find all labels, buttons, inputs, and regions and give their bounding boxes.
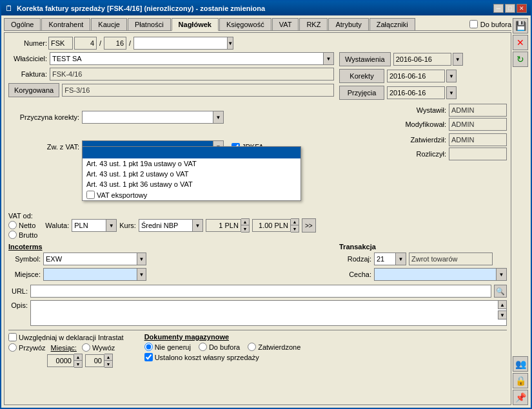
tab-rkz[interactable]: RKZ <box>299 18 328 30</box>
wlasciciel-input[interactable]: TEST SA <box>50 52 324 65</box>
kurs-up-btn[interactable]: ▲ <box>241 219 249 225</box>
transakcja-cecha-input[interactable] <box>374 268 497 281</box>
korygowana-button[interactable]: Korygowana <box>8 83 59 97</box>
month-up1-btn[interactable]: ▲ <box>74 354 82 361</box>
opis-textarea[interactable] <box>30 300 507 326</box>
month-input1[interactable]: 0000 <box>47 354 74 367</box>
month-down1-btn[interactable]: ▼ <box>74 361 82 367</box>
month-down2-btn[interactable]: ▼ <box>104 361 112 367</box>
kurs-type-dropdown-btn[interactable]: ▼ <box>193 219 203 232</box>
waluta-input[interactable]: PLN <box>72 219 106 232</box>
korygowana-value-input[interactable]: FS-3/16 <box>62 84 334 97</box>
incoterms-symbol-dropdown-btn[interactable]: ▼ <box>137 252 146 265</box>
wystawienia-row: Wystawienia 2016-06-16 ▼ <box>339 52 507 66</box>
tab-platnosci[interactable]: Płatności <box>128 18 171 30</box>
uwzgledniaj-checkbox[interactable] <box>8 333 17 341</box>
refresh-sidebar-btn[interactable]: ↻ <box>513 52 528 67</box>
rozliczyl-row: Rozliczył: <box>395 147 507 160</box>
wlasciciel-row: Właściciel: TEST SA ▼ <box>8 52 334 65</box>
wystawil-row: Wystawił: ADMIN <box>395 104 507 117</box>
users-sidebar-btn[interactable]: 👥 <box>513 356 528 372</box>
incoterms-miejsce-dropdown-btn[interactable]: ▼ <box>137 268 146 281</box>
waluta-dropdown-btn[interactable]: ▼ <box>106 219 117 232</box>
korekty-date-btn[interactable]: ▼ <box>446 70 457 82</box>
numer-prefix-input[interactable] <box>48 37 73 50</box>
transakcja-num-input[interactable]: 21 <box>374 252 396 265</box>
numer-row: Numer: / / ▼ <box>8 37 507 50</box>
opis-row: Opis: ▲ ▼ <box>8 300 507 327</box>
przywoz-radio[interactable] <box>8 343 17 352</box>
korekty-row: Korekty 2016-06-16 ▼ <box>339 69 507 83</box>
ustalono-checkbox[interactable] <box>144 353 153 361</box>
vat-eksportowy-label: VAT eksportowy <box>97 191 147 199</box>
opis-scroll-up-btn[interactable]: ▲ <box>498 300 507 309</box>
nie-generuj-radio[interactable] <box>144 343 153 351</box>
vat-od-brutto-radio[interactable] <box>8 231 17 239</box>
month-input2[interactable]: 00 <box>85 354 104 367</box>
wystawienia-date-input[interactable]: 2016-06-16 <box>393 53 451 66</box>
url-search-btn[interactable]: 🔍 <box>494 285 507 298</box>
do-bufora-mag-radio[interactable] <box>199 343 207 351</box>
korekty-date-input[interactable]: 2016-06-16 <box>387 70 445 82</box>
przyjecia-date-input[interactable]: 2016-06-16 <box>387 86 445 99</box>
wlasciciel-dropdown-btn[interactable]: ▼ <box>324 52 334 65</box>
korekty-button[interactable]: Korekty <box>339 69 384 83</box>
tab-kaucje[interactable]: Kaucje <box>91 18 127 30</box>
kurs-arrow-btn[interactable]: >> <box>302 218 316 233</box>
close-sidebar-btn[interactable]: ✕ <box>513 35 528 50</box>
wywoz-radio[interactable] <box>82 343 90 352</box>
opis-scroll-down-btn[interactable]: ▼ <box>498 310 507 319</box>
numer-suffix-dropdown-btn[interactable]: ▼ <box>228 37 233 50</box>
tab-ogolne[interactable]: Ogólne <box>4 18 41 30</box>
tab-naglowek[interactable]: Nagłówek <box>172 18 219 31</box>
przyczyna-dropdown-btn[interactable]: ▼ <box>213 111 224 124</box>
transakcja-cecha-dropdown-btn[interactable]: ▼ <box>497 268 507 281</box>
kurs-result-up-btn[interactable]: ▲ <box>291 219 299 225</box>
kurs-value-input[interactable]: 1 PLN <box>206 219 241 232</box>
save-sidebar-btn[interactable]: 💾 <box>513 18 528 33</box>
maximize-button[interactable]: □ <box>505 4 515 13</box>
kurs-down-btn[interactable]: ▼ <box>241 225 249 232</box>
vat-od-brutto-label: Brutto <box>19 231 37 239</box>
dropdown-item-0[interactable]: Art. 43 ust. 1 pkt 19a ustawy o VAT <box>83 158 300 169</box>
zatwierdzone-radio[interactable] <box>248 343 256 351</box>
lock-sidebar-btn[interactable]: 🔒 <box>513 373 528 388</box>
pin-sidebar-btn[interactable]: 📌 <box>513 390 528 405</box>
przyjecia-button[interactable]: Przyjęcia <box>339 86 384 100</box>
vat-eksportowy-checkbox[interactable] <box>86 191 95 199</box>
incoterms-symbol-input[interactable]: EXW <box>43 252 137 265</box>
przyjecia-date-btn[interactable]: ▼ <box>446 86 457 99</box>
incoterms-miejsce-input[interactable] <box>43 268 137 281</box>
incoterms-label: Incoterms <box>8 243 334 251</box>
numer-suffix-input[interactable] <box>133 37 228 50</box>
transakcja-num-dropdown-btn[interactable]: ▼ <box>396 252 406 265</box>
close-button[interactable]: ✕ <box>517 4 527 13</box>
ustalono-label: Ustalono koszt własny sprzedaży <box>155 354 259 361</box>
tab-kontrahent[interactable]: Kontrahent <box>41 18 90 30</box>
wystawienia-date-btn[interactable]: ▼ <box>453 53 463 66</box>
kurs-type-input[interactable]: Średni NBP <box>139 219 193 232</box>
vat-od-netto-radio[interactable] <box>8 221 17 229</box>
faktura-input[interactable]: FSK-4/16 <box>50 68 334 81</box>
tab-zalaczniki[interactable]: Załączniki <box>369 18 415 30</box>
numer-num1-input[interactable] <box>74 37 97 50</box>
do-bufora-checkbox[interactable] <box>469 20 478 28</box>
przyczyna-input[interactable] <box>82 111 213 124</box>
tab-atrybuty[interactable]: Atrybuty <box>328 18 368 30</box>
wystawienia-button[interactable]: Wystawienia <box>339 52 391 66</box>
wywoz-label: Wywóz <box>92 344 115 352</box>
kurs-result-input[interactable]: 1.00 PLN <box>252 219 291 232</box>
tab-ksiegowosc[interactable]: Księgowość <box>219 18 271 30</box>
dok-mag-label: Dokumenty magazynowe <box>144 333 301 341</box>
dok-mag-section: Dokumenty magazynowe Nie generuj Do bufo… <box>144 333 301 368</box>
dropdown-item-1[interactable]: Art. 43 ust. 1 pkt 2 ustawy o VAT <box>83 169 300 179</box>
tab-vat[interactable]: VAT <box>272 18 299 30</box>
minimize-button[interactable]: ─ <box>493 4 504 13</box>
kurs-result-down-btn[interactable]: ▼ <box>291 225 299 232</box>
dropdown-item-2[interactable]: Art. 43 ust. 1 pkt 36 ustawy o VAT <box>83 179 300 189</box>
dropdown-empty-selected[interactable] <box>83 147 300 158</box>
month-up2-btn[interactable]: ▲ <box>104 354 112 361</box>
incoterms-miejsce-row: Miejsce: ▼ <box>8 268 334 281</box>
numer-num2-input[interactable] <box>104 37 126 50</box>
url-input[interactable] <box>30 285 491 298</box>
